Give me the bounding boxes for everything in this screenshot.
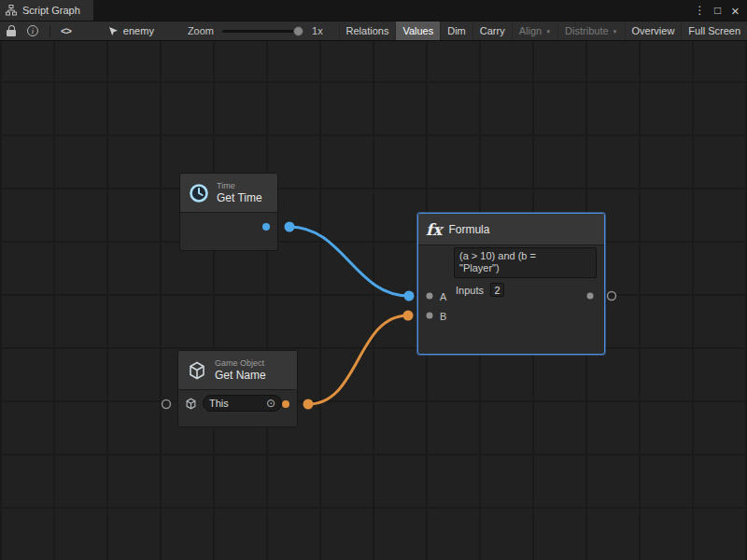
lock-icon[interactable] [7, 25, 16, 36]
zoom-label: Zoom [188, 25, 214, 36]
zoom-slider-handle[interactable] [293, 26, 303, 36]
align-button: Align ▼ [512, 21, 557, 40]
graph-name-label[interactable]: enemy [123, 25, 154, 36]
formula-icon: fx [426, 220, 442, 239]
node-formula[interactable]: fx Formula (a > 10) and (b = "Player") I… [417, 213, 605, 355]
graph-pointer-icon [108, 26, 119, 36]
dim-button[interactable]: Dim [440, 21, 472, 40]
menu-icon[interactable]: ⋮ [692, 4, 708, 17]
relations-button[interactable]: Relations [339, 21, 396, 40]
target-object-picker[interactable]: This ⊙ [203, 395, 282, 412]
info-icon[interactable]: i [27, 25, 38, 36]
wire-endpoint-blue-end[interactable] [404, 291, 415, 301]
target-icon: ⊙ [266, 398, 275, 409]
node-category: Game Object [215, 358, 266, 369]
script-graph-window: Script Graph ⋮ □ × i <> enemy Zoom 1x Re… [0, 0, 747, 560]
port-a-label: A [440, 291, 446, 302]
toolbar-separator [49, 25, 50, 37]
formula-expression-field[interactable]: (a > 10) and (b = "Player") [454, 247, 597, 278]
formula-output-socket[interactable] [608, 292, 616, 301]
wire-endpoint-blue-start[interactable] [285, 222, 295, 232]
node-get-time[interactable]: Time Get Time [179, 173, 278, 251]
overview-button[interactable]: Overview [625, 21, 682, 40]
zoom-slider[interactable] [222, 30, 301, 33]
wire-endpoint-orange-end[interactable] [403, 311, 414, 321]
node-title: Get Name [215, 369, 266, 382]
toolbar-buttons: Relations Values Dim Carry Align ▼ Distr… [339, 21, 747, 40]
window-title: Script Graph [22, 5, 80, 16]
graph-toolbar: i <> enemy Zoom 1x Relations Values Dim … [0, 21, 747, 41]
chevron-down-icon: ▼ [613, 29, 618, 35]
wire-endpoint-orange-start[interactable] [303, 399, 314, 410]
zoom-value: 1x [312, 25, 323, 36]
window-controls: ⋮ □ × [692, 3, 747, 19]
values-button[interactable]: Values [395, 21, 440, 40]
script-graph-icon [6, 5, 17, 16]
cube-icon [186, 359, 208, 382]
chevron-down-icon: ▼ [545, 29, 551, 35]
node-title: Get Time [217, 191, 262, 204]
inputs-count-field[interactable]: 2 [490, 283, 504, 297]
node-category: Time [217, 181, 262, 191]
full-screen-button[interactable]: Full Screen [681, 21, 747, 40]
cube-icon [184, 397, 198, 411]
maximize-icon[interactable]: □ [710, 4, 726, 17]
clock-icon [188, 182, 210, 204]
get-name-input-socket[interactable] [162, 400, 171, 409]
wires-overlay [0, 41, 747, 560]
wire-get-name-to-formula-b[interactable] [308, 315, 408, 404]
graph-canvas[interactable]: Time Get Time fx Formula (a > 10) and (b… [0, 41, 747, 560]
window-tab[interactable]: Script Graph [0, 0, 93, 21]
node-title: Formula [448, 223, 489, 236]
port-b-label: B [440, 311, 446, 322]
title-bar: Script Graph ⋮ □ × [0, 0, 747, 21]
node-get-name[interactable]: Game Object Get Name This ⊙ [177, 350, 298, 427]
inputs-label: Inputs [456, 285, 484, 296]
distribute-button: Distribute ▼ [557, 21, 624, 40]
code-view-icon[interactable]: <> [61, 25, 71, 36]
close-icon[interactable]: × [727, 3, 743, 19]
wire-get-time-to-formula-a[interactable] [289, 227, 409, 296]
carry-button[interactable]: Carry [472, 21, 512, 40]
